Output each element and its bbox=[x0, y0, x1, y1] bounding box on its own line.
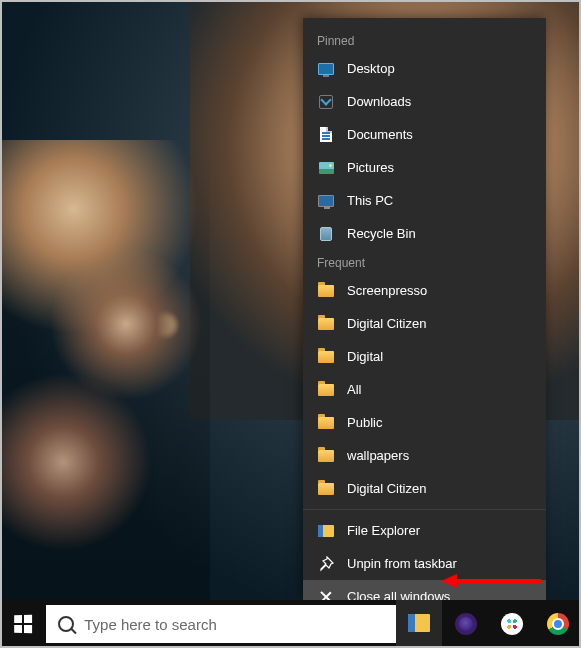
jumplist-item-this-pc[interactable]: This PC bbox=[303, 184, 546, 217]
folder-icon bbox=[317, 348, 335, 366]
jumplist-item-folder[interactable]: Public bbox=[303, 406, 546, 439]
windows-logo-icon bbox=[14, 615, 32, 633]
jumplist-item-documents[interactable]: Documents bbox=[303, 118, 546, 151]
file-explorer-icon bbox=[408, 614, 430, 632]
taskbar-button-chrome[interactable] bbox=[535, 600, 581, 648]
jumplist-item-label: Desktop bbox=[347, 61, 395, 76]
jumplist-item-folder[interactable]: wallpapers bbox=[303, 439, 546, 472]
jumplist-item-pictures[interactable]: Pictures bbox=[303, 151, 546, 184]
jumplist-action-label: File Explorer bbox=[347, 523, 420, 538]
wallpaper-flare bbox=[150, 310, 180, 340]
jumplist-item-label: This PC bbox=[347, 193, 393, 208]
jumplist-item-label: All bbox=[347, 382, 361, 397]
jumplist-item-downloads[interactable]: Downloads bbox=[303, 85, 546, 118]
taskbar: Type here to search bbox=[0, 600, 581, 648]
jumplist-item-recycle-bin[interactable]: Recycle Bin bbox=[303, 217, 546, 250]
jumplist-item-label: Pictures bbox=[347, 160, 394, 175]
chrome-icon bbox=[547, 613, 569, 635]
jumplist-section-pinned: Pinned bbox=[303, 28, 546, 52]
folder-icon bbox=[317, 315, 335, 333]
jumplist-action-unpin[interactable]: Unpin from taskbar bbox=[303, 547, 546, 580]
jumplist-section-frequent: Frequent bbox=[303, 250, 546, 274]
jumplist-item-folder[interactable]: All bbox=[303, 373, 546, 406]
file-explorer-icon bbox=[317, 522, 335, 540]
jumplist-action-file-explorer[interactable]: File Explorer bbox=[303, 514, 546, 547]
jumplist-item-desktop[interactable]: Desktop bbox=[303, 52, 546, 85]
recycle-bin-icon bbox=[317, 225, 335, 243]
search-icon bbox=[58, 616, 74, 632]
taskbar-search[interactable]: Type here to search bbox=[46, 605, 396, 643]
folder-icon bbox=[317, 447, 335, 465]
folder-icon bbox=[317, 414, 335, 432]
folder-icon bbox=[317, 480, 335, 498]
pictures-icon bbox=[317, 159, 335, 177]
taskbar-button-firefox[interactable] bbox=[442, 600, 488, 648]
documents-icon bbox=[317, 126, 335, 144]
unpin-icon bbox=[317, 555, 335, 573]
search-placeholder: Type here to search bbox=[84, 616, 217, 633]
jumplist-item-label: Digital bbox=[347, 349, 383, 364]
jumplist-item-label: Documents bbox=[347, 127, 413, 142]
jumplist-item-label: Screenpresso bbox=[347, 283, 427, 298]
jumplist-item-label: Recycle Bin bbox=[347, 226, 416, 241]
jumplist-item-folder[interactable]: Digital bbox=[303, 340, 546, 373]
jumplist-item-folder[interactable]: Digital Citizen bbox=[303, 307, 546, 340]
this-pc-icon bbox=[317, 192, 335, 210]
firefox-icon bbox=[455, 613, 477, 635]
jumplist-item-folder[interactable]: Screenpresso bbox=[303, 274, 546, 307]
jumplist-item-label: Digital Citizen bbox=[347, 316, 426, 331]
jumplist-item-label: Downloads bbox=[347, 94, 411, 109]
jumplist-item-folder[interactable]: Digital Citizen bbox=[303, 472, 546, 505]
taskbar-button-slack[interactable] bbox=[489, 600, 535, 648]
desktop-icon bbox=[317, 60, 335, 78]
jumplist-action-label: Unpin from taskbar bbox=[347, 556, 457, 571]
slack-icon bbox=[501, 613, 523, 635]
folder-icon bbox=[317, 282, 335, 300]
jumplist-item-label: Digital Citizen bbox=[347, 481, 426, 496]
jumplist-item-label: Public bbox=[347, 415, 382, 430]
start-button[interactable] bbox=[0, 600, 46, 648]
jumplist-separator bbox=[303, 509, 546, 510]
taskbar-button-file-explorer[interactable] bbox=[396, 600, 442, 648]
folder-icon bbox=[317, 381, 335, 399]
downloads-icon bbox=[317, 93, 335, 111]
jumplist-item-label: wallpapers bbox=[347, 448, 409, 463]
jumplist-menu: Pinned Desktop Downloads Documents Pictu… bbox=[303, 18, 546, 600]
